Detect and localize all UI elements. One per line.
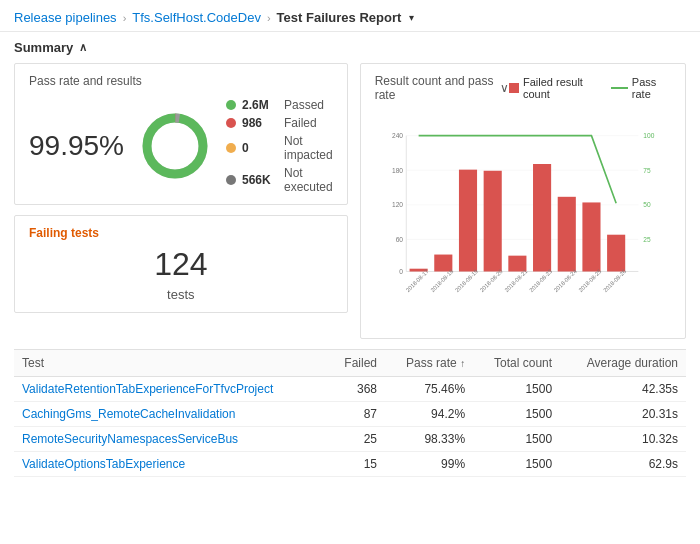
legend-passed-dot	[226, 100, 236, 110]
svg-text:2018-08-20: 2018-08-20	[478, 268, 503, 293]
failing-tests-title: Failing tests	[29, 226, 333, 240]
legend-not-executed-value: 566K	[242, 173, 278, 187]
legend-not-impacted: 0 Not impacted	[226, 134, 333, 162]
main-content: Summary ∧ Pass rate and results 99.95%	[0, 32, 700, 485]
chart-legend: 2.6M Passed 986 Failed 0 Not impacted	[226, 98, 333, 194]
col-avg-duration: Average duration	[560, 350, 686, 377]
svg-text:2018-08-26: 2018-08-26	[602, 268, 627, 293]
pass-rate-cell: 75.46%	[385, 377, 473, 402]
bar-chart-svg: Failed result count 240 180 120 60 0 100	[375, 108, 671, 328]
pass-rate-percent: 99.95%	[29, 130, 124, 162]
test-name-cell[interactable]: CachingGms_RemoteCacheInvalidation	[14, 402, 328, 427]
page-title: Test Failures Report	[277, 10, 402, 25]
svg-text:2018-08-17: 2018-08-17	[404, 268, 429, 293]
pass-rate-content: 99.95%	[29, 98, 333, 194]
col-total: Total count	[473, 350, 560, 377]
svg-text:75: 75	[643, 167, 651, 174]
left-panel: Pass rate and results 99.95%	[14, 63, 348, 339]
test-name-cell[interactable]: ValidateOptionsTabExperience	[14, 452, 328, 477]
svg-text:25: 25	[643, 236, 651, 243]
breadcrumb-chevron-1: ›	[123, 12, 127, 24]
svg-text:2018-08-18: 2018-08-18	[429, 268, 454, 293]
svg-text:120: 120	[392, 201, 403, 208]
svg-point-1	[147, 118, 203, 174]
svg-text:50: 50	[643, 201, 651, 208]
chart-legend-pass-line	[611, 87, 628, 89]
legend-not-impacted-dot	[226, 143, 236, 153]
chart-legend-failed: Failed result count	[509, 76, 599, 100]
breadcrumb-pipelines[interactable]: Release pipelines	[14, 10, 117, 25]
legend-passed-value: 2.6M	[242, 98, 278, 112]
failed-cell: 368	[328, 377, 385, 402]
legend-not-executed: 566K Not executed	[226, 166, 333, 194]
svg-text:0: 0	[399, 268, 403, 275]
total-cell: 1500	[473, 452, 560, 477]
breadcrumb-chevron-2: ›	[267, 12, 271, 24]
chart-legend-area: Failed result count Pass rate	[509, 76, 671, 100]
dashboard-row: Pass rate and results 99.95%	[14, 63, 686, 339]
chart-dropdown-icon[interactable]: ∨	[500, 81, 509, 95]
legend-not-executed-label: Not executed	[284, 166, 333, 194]
test-name-cell[interactable]: RemoteSecurityNamespacesServiceBus	[14, 427, 328, 452]
bar-0826	[607, 235, 625, 272]
pass-rate-card: Pass rate and results 99.95%	[14, 63, 348, 205]
col-failed: Failed	[328, 350, 385, 377]
col-pass-rate[interactable]: Pass rate ↑	[385, 350, 473, 377]
chart-legend-failed-label: Failed result count	[523, 76, 599, 100]
table-row: ValidateOptionsTabExperience 15 99% 1500…	[14, 452, 686, 477]
bar-0819	[459, 170, 477, 272]
avg-duration-cell: 42.35s	[560, 377, 686, 402]
pass-rate-cell: 99%	[385, 452, 473, 477]
breadcrumb-codedev[interactable]: Tfs.SelfHost.CodeDev	[132, 10, 261, 25]
svg-text:2018-08-19: 2018-08-19	[454, 268, 479, 293]
total-cell: 1500	[473, 377, 560, 402]
summary-label: Summary	[14, 40, 73, 55]
table-row: RemoteSecurityNamespacesServiceBus 25 98…	[14, 427, 686, 452]
legend-not-impacted-value: 0	[242, 141, 278, 155]
chart-panel: Result count and pass rate ∨ Failed resu…	[360, 63, 686, 339]
legend-failed-value: 986	[242, 116, 278, 130]
total-cell: 1500	[473, 402, 560, 427]
table-header-row: Test Failed Pass rate ↑ Total count Aver…	[14, 350, 686, 377]
svg-text:2018-08-25: 2018-08-25	[577, 268, 602, 293]
svg-text:240: 240	[392, 132, 403, 139]
legend-passed: 2.6M Passed	[226, 98, 333, 112]
failing-tests-content: 124 tests	[29, 246, 333, 302]
bar-0823	[533, 164, 551, 271]
table-row: CachingGms_RemoteCacheInvalidation 87 94…	[14, 402, 686, 427]
failed-cell: 87	[328, 402, 385, 427]
chart-title-text: Result count and pass rate	[375, 74, 496, 102]
failing-tests-count: 124	[29, 246, 333, 283]
pass-rate-title: Pass rate and results	[29, 74, 333, 88]
chart-header: Result count and pass rate ∨ Failed resu…	[375, 74, 671, 102]
legend-failed-label: Failed	[284, 116, 317, 130]
avg-duration-cell: 20.31s	[560, 402, 686, 427]
legend-not-impacted-label: Not impacted	[284, 134, 333, 162]
chart-legend-pass: Pass rate	[611, 76, 671, 100]
failed-cell: 15	[328, 452, 385, 477]
sort-arrow-icon: ↑	[460, 358, 465, 369]
title-dropdown-icon[interactable]: ▾	[409, 12, 414, 23]
failed-cell: 25	[328, 427, 385, 452]
bar-chart-area: Failed result count 240 180 120 60 0 100	[375, 108, 671, 328]
chart-legend-failed-box	[509, 83, 519, 93]
summary-chevron-icon[interactable]: ∧	[79, 41, 87, 54]
pass-rate-line	[418, 136, 616, 203]
chart-title: Result count and pass rate ∨	[375, 74, 509, 102]
donut-chart	[140, 111, 210, 181]
breadcrumb: Release pipelines › Tfs.SelfHost.CodeDev…	[0, 0, 700, 32]
test-name-cell[interactable]: ValidateRetentionTabExperienceForTfvcPro…	[14, 377, 328, 402]
failing-tests-label: tests	[29, 287, 333, 302]
summary-header: Summary ∧	[14, 40, 686, 55]
col-test: Test	[14, 350, 328, 377]
svg-text:2018-08-23: 2018-08-23	[528, 268, 553, 293]
svg-text:60: 60	[395, 236, 403, 243]
legend-failed: 986 Failed	[226, 116, 333, 130]
chart-legend-pass-label: Pass rate	[632, 76, 671, 100]
results-table: Test Failed Pass rate ↑ Total count Aver…	[14, 349, 686, 477]
svg-text:100: 100	[643, 132, 654, 139]
pass-rate-cell: 94.2%	[385, 402, 473, 427]
bar-0825	[582, 202, 600, 271]
bar-0820	[483, 171, 501, 272]
legend-passed-label: Passed	[284, 98, 324, 112]
